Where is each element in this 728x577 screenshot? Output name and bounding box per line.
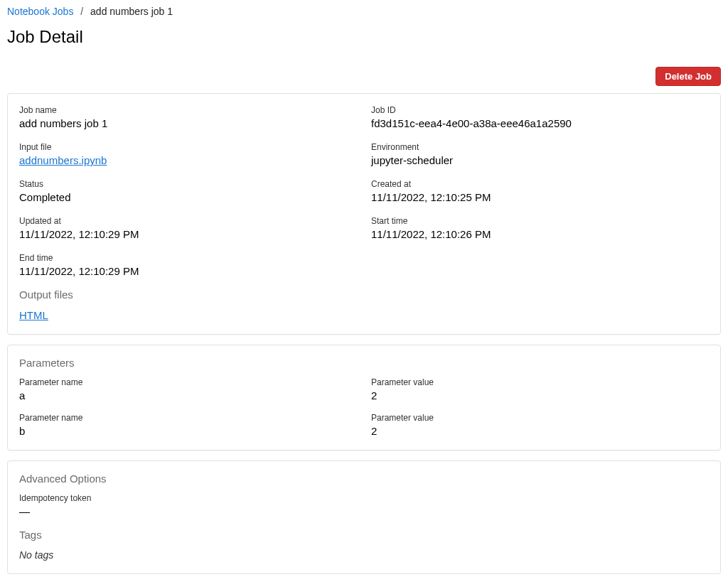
label-updated-at: Updated at bbox=[19, 216, 357, 226]
parameter-row: Parameter name a Parameter value 2 bbox=[19, 377, 709, 401]
label-end-time: End time bbox=[19, 253, 357, 263]
advanced-options-card: Advanced Options Idempotency token — Tag… bbox=[7, 460, 721, 574]
field-created-at: Created at 11/11/2022, 12:10:25 PM bbox=[371, 179, 709, 203]
parameters-card: Parameters Parameter name a Parameter va… bbox=[7, 345, 721, 451]
label-param-name: Parameter name bbox=[19, 413, 357, 423]
value-param-value-1: 2 bbox=[371, 425, 709, 437]
advanced-options-heading: Advanced Options bbox=[19, 473, 709, 485]
delete-job-button[interactable]: Delete Job bbox=[655, 67, 721, 86]
label-idempotency-token: Idempotency token bbox=[19, 493, 709, 503]
breadcrumb-current: add numbers job 1 bbox=[90, 6, 173, 17]
breadcrumb: Notebook Jobs / add numbers job 1 bbox=[7, 6, 721, 17]
value-end-time: 11/11/2022, 12:10:29 PM bbox=[19, 265, 357, 277]
value-job-id: fd3d151c-eea4-4e00-a38a-eee46a1a2590 bbox=[371, 117, 709, 129]
field-job-name: Job name add numbers job 1 bbox=[19, 105, 357, 129]
label-environment: Environment bbox=[371, 142, 709, 152]
parameter-row: Parameter name b Parameter value 2 bbox=[19, 413, 709, 437]
no-tags-text: No tags bbox=[19, 549, 709, 561]
output-files-heading: Output files bbox=[19, 288, 709, 301]
value-status: Completed bbox=[19, 191, 357, 203]
value-start-time: 11/11/2022, 12:10:26 PM bbox=[371, 228, 709, 240]
field-input-file: Input file addnumbers.ipynb bbox=[19, 142, 357, 166]
output-files-list: HTML bbox=[19, 309, 709, 321]
value-job-name: add numbers job 1 bbox=[19, 117, 357, 129]
field-idempotency-token: Idempotency token — bbox=[19, 493, 709, 517]
label-status: Status bbox=[19, 179, 357, 189]
label-job-name: Job name bbox=[19, 105, 357, 115]
tags-heading: Tags bbox=[19, 529, 709, 541]
breadcrumb-separator: / bbox=[76, 6, 87, 17]
label-job-id: Job ID bbox=[371, 105, 709, 115]
label-param-name: Parameter name bbox=[19, 377, 357, 387]
field-updated-at: Updated at 11/11/2022, 12:10:29 PM bbox=[19, 216, 357, 240]
label-created-at: Created at bbox=[371, 179, 709, 189]
value-idempotency-token: — bbox=[19, 505, 709, 517]
value-environment: jupyter-scheduler bbox=[371, 154, 709, 166]
breadcrumb-root-link[interactable]: Notebook Jobs bbox=[7, 6, 73, 17]
field-job-id: Job ID fd3d151c-eea4-4e00-a38a-eee46a1a2… bbox=[371, 105, 709, 129]
value-updated-at: 11/11/2022, 12:10:29 PM bbox=[19, 228, 357, 240]
field-end-time: End time 11/11/2022, 12:10:29 PM bbox=[19, 253, 357, 277]
label-param-value: Parameter value bbox=[371, 377, 709, 387]
value-param-name-1: b bbox=[19, 425, 357, 437]
job-details-card: Job name add numbers job 1 Job ID fd3d15… bbox=[7, 93, 721, 335]
value-created-at: 11/11/2022, 12:10:25 PM bbox=[371, 191, 709, 203]
field-environment: Environment jupyter-scheduler bbox=[371, 142, 709, 166]
field-status: Status Completed bbox=[19, 179, 357, 203]
value-param-value-0: 2 bbox=[371, 389, 709, 401]
value-param-name-0: a bbox=[19, 389, 357, 401]
label-start-time: Start time bbox=[371, 216, 709, 226]
input-file-link[interactable]: addnumbers.ipynb bbox=[19, 154, 107, 166]
page-title: Job Detail bbox=[7, 27, 721, 47]
label-param-value: Parameter value bbox=[371, 413, 709, 423]
field-start-time: Start time 11/11/2022, 12:10:26 PM bbox=[371, 216, 709, 240]
parameters-heading: Parameters bbox=[19, 357, 709, 369]
label-input-file: Input file bbox=[19, 142, 357, 152]
output-file-html-link[interactable]: HTML bbox=[19, 309, 48, 321]
